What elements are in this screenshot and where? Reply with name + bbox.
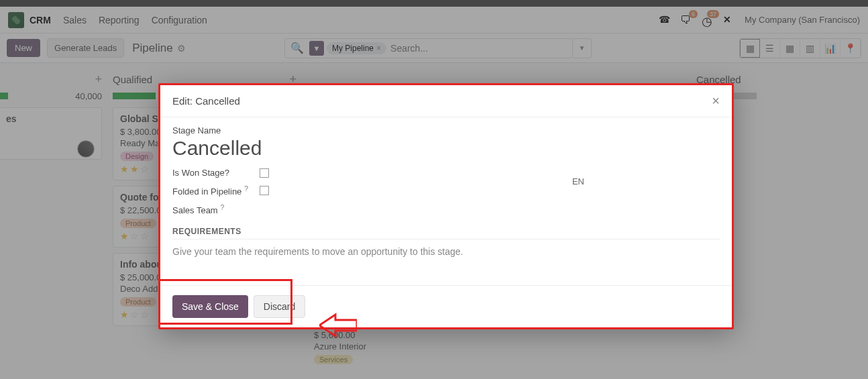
help-icon[interactable]: ?: [220, 203, 224, 211]
edit-stage-modal: Edit: Cancelled × Stage Name Cancelled E…: [158, 83, 734, 329]
requirements-input[interactable]: Give your team the requirements to move …: [172, 246, 720, 257]
folded-checkbox[interactable]: [260, 186, 269, 195]
stage-name-input[interactable]: Cancelled: [172, 137, 720, 160]
sales-team-label: Sales Team ?: [172, 203, 260, 215]
close-icon[interactable]: ×: [712, 93, 720, 109]
folded-label: Folded in Pipeline ?: [172, 184, 260, 197]
modal-title: Edit: Cancelled: [172, 95, 240, 107]
language-badge[interactable]: EN: [572, 176, 584, 186]
is-won-checkbox[interactable]: [260, 168, 269, 178]
annotation-arrow-icon: [319, 312, 357, 341]
discard-button[interactable]: Discard: [254, 295, 305, 318]
stage-name-label: Stage Name: [172, 125, 720, 136]
help-icon[interactable]: ?: [244, 184, 248, 193]
save-close-button[interactable]: Save & Close: [172, 295, 248, 318]
is-won-label: Is Won Stage?: [172, 168, 260, 178]
requirements-heading: REQUIREMENTS: [172, 227, 720, 236]
